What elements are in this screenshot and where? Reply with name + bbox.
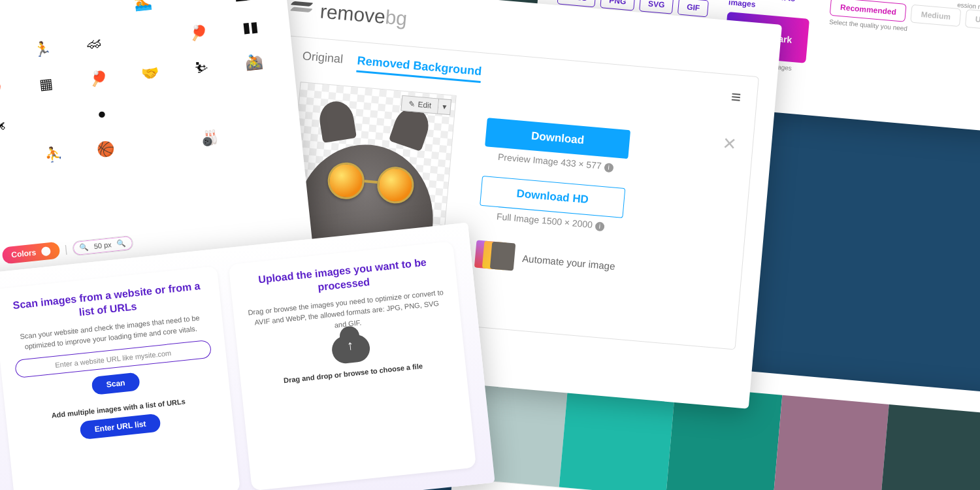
enter-url-list-button[interactable]: Enter URL list bbox=[79, 413, 161, 440]
scan-card: Scan images from a website or from a lis… bbox=[0, 266, 240, 490]
sport-icon[interactable]: ▮▮ bbox=[227, 17, 274, 39]
zoom-in-icon[interactable]: 🔍 bbox=[116, 238, 126, 248]
format-svg[interactable]: SVG bbox=[639, 0, 674, 14]
sport-icon[interactable]: 🏓 bbox=[0, 79, 18, 101]
icon-grid-panel: p 🤼 🥊 ▮▮▮ 🏋 ◆ ◆ 🏊 ▂▂ 👕 🏃 🏎 🏓 ▮▮ 🏓 ▦ 🏓 🤝 … bbox=[0, 0, 312, 279]
sport-icon[interactable]: 🏃 bbox=[19, 39, 66, 60]
icon-grid: 🤼 🥊 ▮▮▮ 🏋 ◆ ◆ 🏊 ▂▂ 👕 🏃 🏎 🏓 ▮▮ 🏓 ▦ 🏓 🤝 ⛷ … bbox=[0, 0, 289, 178]
hamburger-icon[interactable]: ≡ bbox=[730, 87, 742, 108]
close-icon[interactable]: ✕ bbox=[722, 133, 738, 155]
sport-icon[interactable]: ⛹ bbox=[30, 144, 77, 165]
sport-icon[interactable]: 🎳 bbox=[186, 127, 233, 149]
sport-icon[interactable]: ▦ bbox=[22, 74, 69, 95]
edit-button[interactable]: ✎Edit bbox=[401, 95, 440, 114]
info-icon[interactable]: i bbox=[595, 221, 604, 231]
info-icon[interactable]: i bbox=[604, 163, 613, 172]
colors-pill[interactable]: Colors bbox=[1, 242, 60, 265]
edit-dropdown[interactable]: ▾ bbox=[438, 99, 451, 116]
layers-icon bbox=[291, 1, 314, 19]
sport-icon[interactable]: 🏊 bbox=[119, 0, 166, 14]
tab-original[interactable]: Original bbox=[302, 49, 344, 71]
tab-removed-background[interactable]: Removed Background bbox=[356, 54, 482, 84]
sport-icon[interactable]: 🤝 bbox=[127, 63, 174, 84]
quality-ultra[interactable]: Ultr bbox=[965, 9, 980, 30]
brush-icon: ✎ bbox=[408, 99, 416, 109]
sport-icon[interactable]: ● bbox=[78, 103, 125, 125]
zoom-out-icon[interactable]: 🔍 bbox=[79, 242, 89, 252]
sport-icon[interactable]: ⛷ bbox=[178, 57, 225, 79]
cloud-upload-icon[interactable] bbox=[331, 334, 371, 365]
sport-icon[interactable]: ▂▂ bbox=[223, 0, 270, 3]
sport-icon[interactable]: 🏓 bbox=[74, 68, 122, 90]
watermark-label: Add watermark to images bbox=[728, 0, 812, 14]
sport-icon[interactable]: ◆ bbox=[0, 9, 10, 31]
sport-icon[interactable]: 🚵 bbox=[231, 52, 278, 73]
scan-button[interactable]: Scan bbox=[91, 372, 140, 395]
sport-icon[interactable]: 🏎 bbox=[71, 33, 118, 55]
automate-label[interactable]: Automate your image bbox=[522, 252, 616, 271]
upload-card: Upload the images you want to be process… bbox=[229, 241, 476, 490]
sport-icon[interactable]: 🏀 bbox=[82, 139, 129, 160]
sport-icon[interactable]: 👕 bbox=[0, 44, 14, 65]
zoom-control[interactable]: 🔍 50 px 🔍 bbox=[72, 235, 134, 256]
sport-icon[interactable]: 🏓 bbox=[175, 22, 222, 44]
thumbnail-stack-icon bbox=[474, 240, 515, 270]
drag-drop-label: Drag and drop or browse to choose a file bbox=[255, 359, 451, 387]
sport-icon[interactable]: 🏍 bbox=[0, 114, 22, 136]
format-gif[interactable]: GIF bbox=[678, 0, 709, 17]
quality-medium[interactable]: Medium bbox=[911, 5, 961, 27]
